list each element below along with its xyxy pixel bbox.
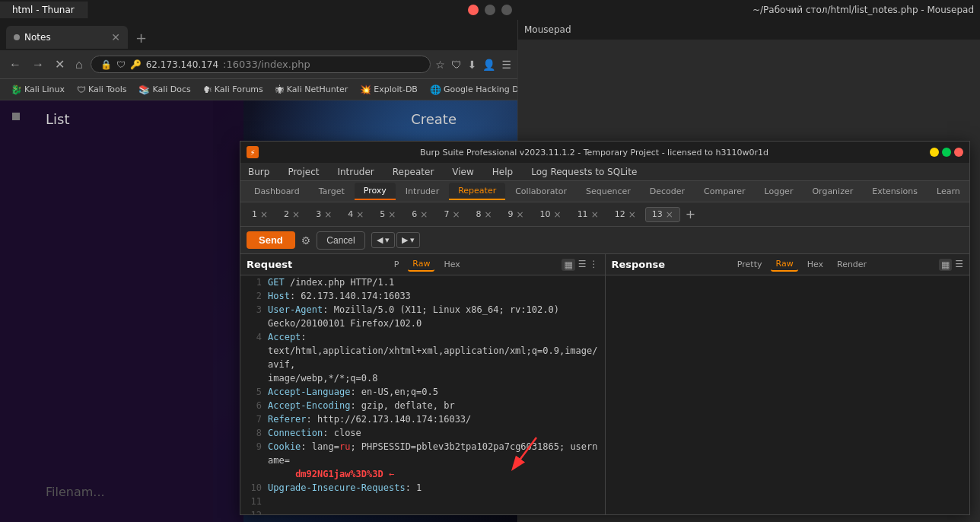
tab-decoder[interactable]: Decoder bbox=[641, 183, 694, 199]
tab-comparer[interactable]: Comparer bbox=[695, 183, 754, 199]
prev-arrow[interactable]: ◀ ▾ bbox=[371, 232, 395, 248]
menu-icon[interactable]: ☰ bbox=[501, 59, 511, 71]
download-icon[interactable]: ⬇ bbox=[468, 59, 477, 71]
repeater-tab-10[interactable]: 10× bbox=[533, 207, 568, 222]
send-button[interactable]: Send bbox=[247, 231, 295, 249]
code-line-11: 11 bbox=[240, 495, 605, 508]
response-lines-icon[interactable]: ☰ bbox=[955, 259, 963, 271]
response-panel-icons: ▦ ☰ bbox=[939, 259, 963, 271]
burp-close-button[interactable] bbox=[954, 148, 963, 157]
forward-button[interactable]: → bbox=[29, 56, 47, 73]
next-arrow[interactable]: ▶ ▾ bbox=[396, 232, 420, 248]
tab-organizer[interactable]: Organizer bbox=[803, 183, 862, 199]
bookmark-kali-linux[interactable]: 🐉 Kali Linux bbox=[6, 83, 69, 97]
filename-text: Filenam... bbox=[46, 485, 105, 499]
kali-tools-icon: 🛡 bbox=[77, 84, 86, 95]
bookmark-exploitdb[interactable]: 💥 Exploit-DB bbox=[355, 83, 422, 97]
bookmark-ghdb[interactable]: 🌐 Google Hacking DB bbox=[425, 83, 517, 97]
repeater-tab-6[interactable]: 6× bbox=[405, 207, 434, 222]
new-tab-button[interactable]: + bbox=[131, 28, 151, 47]
browser-tab-notes[interactable]: Notes ✕ bbox=[6, 26, 128, 49]
repeater-tab-8[interactable]: 8× bbox=[469, 207, 498, 222]
burp-menubar: Burp Project Intruder Repeater View Help… bbox=[240, 163, 969, 181]
burp-window: ⚡ Burp Suite Professional v2023.11.1.2 -… bbox=[240, 141, 970, 515]
request-tab-hex[interactable]: Hex bbox=[439, 258, 464, 271]
repeater-tab-12[interactable]: 12× bbox=[608, 207, 643, 222]
maximize-circle[interactable] bbox=[501, 5, 512, 15]
reload-button[interactable]: ✕ bbox=[52, 56, 68, 73]
response-tab-hex[interactable]: Hex bbox=[803, 258, 828, 271]
bookmark-kali-nethunter[interactable]: 🕷 Kali NetHunter bbox=[271, 83, 353, 97]
repeater-tabs: 1× 2× 3× 4× 5× 6× 7× 8× 9× 10× 11× 12× 1… bbox=[240, 202, 969, 227]
star-icon[interactable]: ☆ bbox=[435, 59, 445, 71]
tab-intruder[interactable]: Intruder bbox=[396, 183, 448, 199]
code-line-9: 9 Cookie: lang=ru; PHPSESSID=pblev3b2tpa… bbox=[240, 440, 605, 481]
repeater-tab-1[interactable]: 1× bbox=[245, 207, 275, 222]
cancel-button[interactable]: Cancel bbox=[317, 231, 364, 250]
code-line-4c: image/webp,*/*;q=0.8 bbox=[240, 371, 605, 385]
shield-nav-icon[interactable]: 🛡 bbox=[451, 59, 462, 71]
tab-logger[interactable]: Logger bbox=[755, 183, 802, 199]
tab-learn[interactable]: Learn bbox=[928, 183, 969, 199]
repeater-tab-4[interactable]: 4× bbox=[341, 207, 371, 222]
tab-close-button[interactable]: ✕ bbox=[111, 31, 120, 43]
menu-dots-icon[interactable]: ⋮ bbox=[589, 259, 598, 271]
request-title: Request bbox=[247, 259, 292, 270]
lines-icon[interactable]: ☰ bbox=[578, 259, 587, 271]
page-circle bbox=[12, 113, 20, 120]
request-tab-raw[interactable]: Raw bbox=[408, 257, 434, 272]
burp-window-title: Burp Suite Professional v2023.11.1.2 - T… bbox=[265, 148, 924, 158]
response-grid-icon[interactable]: ▦ bbox=[939, 259, 952, 271]
request-panel-header: Request P Raw Hex ▦ ☰ ⋮ bbox=[240, 254, 605, 275]
menu-log-requests[interactable]: Log Requests to SQLite bbox=[528, 165, 640, 179]
bookmark-kali-docs[interactable]: 📚 Kali Docs bbox=[134, 83, 195, 97]
repeater-tab-2[interactable]: 2× bbox=[277, 207, 307, 222]
repeater-tab-13[interactable]: 13× bbox=[645, 207, 680, 222]
burp-titlebar: ⚡ Burp Suite Professional v2023.11.1.2 -… bbox=[240, 142, 969, 163]
send-gear-icon[interactable]: ⚙ bbox=[301, 234, 311, 247]
back-button[interactable]: ← bbox=[6, 56, 24, 73]
home-button[interactable]: ⌂ bbox=[72, 56, 86, 73]
browser-tabbar: Notes ✕ + bbox=[0, 20, 517, 50]
response-tab-pretty[interactable]: Pretty bbox=[733, 258, 767, 271]
os-tab-thunar[interactable]: html - Thunar bbox=[0, 2, 88, 18]
burp-maximize-button[interactable] bbox=[942, 148, 951, 157]
tab-dashboard[interactable]: Dashboard bbox=[245, 183, 309, 199]
address-bar[interactable]: 🔒 🛡 🔑 62.173.140.174 :16033/index.php bbox=[91, 56, 431, 73]
tab-collaborator[interactable]: Collaborator bbox=[506, 183, 576, 199]
tab-target[interactable]: Target bbox=[310, 183, 354, 199]
security-icon: 🔒 bbox=[100, 59, 112, 70]
response-tab-render[interactable]: Render bbox=[832, 258, 871, 271]
request-tab-p[interactable]: P bbox=[390, 258, 404, 271]
grid-icon[interactable]: ▦ bbox=[562, 259, 574, 271]
menu-burp[interactable]: Burp bbox=[245, 165, 272, 179]
code-line-7: 7 Referer: http://62.173.140.174:16033/ bbox=[240, 412, 605, 426]
menu-help[interactable]: Help bbox=[489, 165, 516, 179]
menu-repeater[interactable]: Repeater bbox=[390, 165, 438, 179]
list-heading: List bbox=[46, 111, 69, 127]
tab-proxy[interactable]: Proxy bbox=[355, 183, 396, 200]
tab-repeater[interactable]: Repeater bbox=[449, 183, 505, 200]
bookmark-kali-forums[interactable]: 🗣 Kali Forums bbox=[199, 83, 268, 97]
response-tab-raw[interactable]: Raw bbox=[771, 257, 797, 272]
send-bar: Send ⚙ Cancel ◀ ▾ ▶ ▾ bbox=[240, 227, 969, 254]
tab-extensions[interactable]: Extensions bbox=[863, 183, 927, 199]
nav-arrows: ◀ ▾ ▶ ▾ bbox=[371, 232, 420, 248]
menu-view[interactable]: View bbox=[449, 165, 476, 179]
repeater-tab-5[interactable]: 5× bbox=[373, 207, 402, 222]
repeater-tab-9[interactable]: 9× bbox=[501, 207, 531, 222]
close-circle[interactable] bbox=[468, 5, 479, 15]
repeater-tab-11[interactable]: 11× bbox=[571, 207, 606, 222]
menu-intruder[interactable]: Intruder bbox=[334, 165, 377, 179]
nav-right-icons: ☆ 🛡 ⬇ 👤 ☰ bbox=[435, 59, 511, 71]
menu-project[interactable]: Project bbox=[285, 165, 322, 179]
bookmark-kali-tools[interactable]: 🛡 Kali Tools bbox=[72, 83, 131, 97]
tab-sequencer[interactable]: Sequencer bbox=[577, 183, 640, 199]
minimize-circle[interactable] bbox=[485, 5, 495, 15]
repeater-tab-7[interactable]: 7× bbox=[437, 207, 466, 222]
repeater-tab-3[interactable]: 3× bbox=[309, 207, 339, 222]
repeater-tab-add[interactable]: + bbox=[682, 207, 698, 221]
profile-icon[interactable]: 👤 bbox=[482, 59, 495, 71]
burp-minimize-button[interactable] bbox=[930, 148, 939, 157]
exploitdb-icon: 💥 bbox=[360, 84, 371, 95]
